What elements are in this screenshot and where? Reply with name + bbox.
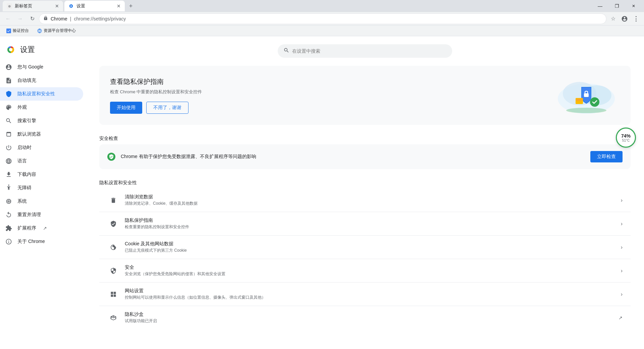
- sidebar-item-language[interactable]: 语言: [0, 154, 83, 168]
- safety-check-description: Chrome 有助于保护您免受数据泄露、不良扩展程序等问题的影响: [121, 154, 590, 160]
- sidebar-item-about-label: 关于 Chrome: [17, 239, 45, 245]
- search-bar-container: [99, 44, 631, 58]
- settings-item-privacy-sandbox[interactable]: 隐私沙盒 试用版功能已开启 ↗: [99, 306, 631, 329]
- sidebar: 设置 您与 Google 自动填充 隐私设置和安全性: [0, 36, 86, 349]
- privacy-guide-card: 查看隐私保护指南 检查 Chrome 中重要的隐私控制设置和安全控件 开始使用 …: [99, 66, 631, 125]
- settings-item-clear-browsing[interactable]: 清除浏览数据 清除浏览记录、Cookie、缓存及其他数据 ›: [99, 189, 631, 212]
- sidebar-item-extensions[interactable]: 扩展程序 ↗: [0, 221, 83, 235]
- bookmark-button[interactable]: ☆: [608, 13, 619, 24]
- reload-button[interactable]: ↻: [27, 13, 38, 24]
- safety-check-button[interactable]: 立即检查: [590, 151, 623, 162]
- sidebar-item-startup-label: 启动时: [17, 145, 32, 151]
- navigation-bar: ← → ↻ Chrome | chrome://settings/privacy…: [0, 12, 644, 26]
- sidebar-item-about[interactable]: 关于 Chrome: [0, 235, 83, 248]
- svg-point-1: [38, 29, 42, 33]
- guide-illustration: [553, 75, 620, 115]
- sidebar-header: 设置: [0, 42, 86, 60]
- minimize-button[interactable]: —: [592, 1, 608, 11]
- appearance-icon: [5, 104, 12, 111]
- settings-list: 清除浏览数据 清除浏览记录、Cookie、缓存及其他数据 › 隐私保护指南 检查…: [99, 189, 631, 329]
- svg-rect-8: [584, 93, 589, 97]
- sidebar-item-system[interactable]: 系统: [0, 195, 83, 208]
- forward-button[interactable]: →: [15, 13, 25, 24]
- safety-check-icon: [107, 153, 115, 161]
- browser-icon: [5, 131, 12, 138]
- language-icon: [5, 158, 12, 164]
- sidebar-item-autofill-label: 自动填充: [17, 78, 36, 84]
- clear-browsing-desc: 清除浏览记录、Cookie、缓存及其他数据: [125, 201, 621, 206]
- site-settings-desc: 控制网站可以使用和显示什么信息（如位置信息、摄像头、弹出式窗口及其他）: [125, 295, 621, 300]
- address-separator: |: [70, 16, 71, 21]
- search-icon: [283, 47, 289, 55]
- sidebar-item-autofill[interactable]: 自动填充: [0, 74, 83, 87]
- tab-settings-label: 设置: [76, 3, 85, 9]
- autofill-icon: [5, 77, 12, 84]
- bookmark-resource[interactable]: 资源平台管理中心: [35, 27, 78, 35]
- sidebar-item-search[interactable]: 搜索引擎: [0, 114, 83, 128]
- privacy-settings-title: 隐私设置和安全性: [99, 180, 631, 186]
- sidebar-item-startup[interactable]: 启动时: [0, 141, 83, 154]
- close-button[interactable]: ✕: [626, 1, 641, 11]
- svg-point-12: [566, 108, 606, 113]
- new-tab-button[interactable]: +: [126, 1, 136, 11]
- main-area: 设置 您与 Google 自动填充 隐私设置和安全性: [0, 36, 644, 349]
- guide-decline-button[interactable]: 不用了，谢谢: [146, 102, 189, 114]
- site-settings-icon: [107, 288, 119, 300]
- search-icon: [5, 117, 12, 124]
- privacy-settings-section: 隐私设置和安全性 清除浏览数据 清除浏览记录、Cookie、缓存及其他数据 ›: [99, 180, 631, 329]
- tab-close-new[interactable]: ✕: [55, 3, 59, 9]
- nav-actions: ☆ ⋮: [608, 13, 641, 24]
- settings-item-privacy-guide[interactable]: 隐私保护指南 检查重要的隐私控制设置和安全控件 ›: [99, 212, 631, 236]
- privacy-guide-arrow: ›: [621, 221, 623, 227]
- tab-settings[interactable]: 设置 ✕: [64, 1, 125, 11]
- maximize-button[interactable]: ❐: [609, 1, 625, 11]
- svg-rect-0: [6, 29, 11, 33]
- extension-icon: [5, 225, 12, 232]
- sidebar-item-default-browser[interactable]: 默认浏览器: [0, 128, 83, 141]
- privacy-guide-content: 隐私保护指南 检查重要的隐私控制设置和安全控件: [125, 217, 621, 230]
- security-title: 安全: [125, 264, 621, 270]
- bookmark-verification[interactable]: 验证控台: [4, 27, 31, 35]
- site-settings-content: 网站设置 控制网站可以使用和显示什么信息（如位置信息、摄像头、弹出式窗口及其他）: [125, 288, 621, 300]
- settings-item-cookies[interactable]: Cookie 及其他网站数据 已阻止无痕模式下的第三方 Cookie ›: [99, 236, 631, 259]
- settings-item-security[interactable]: 安全 安全浏览（保护您免受危险网站的侵害）和其他安全设置 ›: [99, 259, 631, 283]
- guide-start-button[interactable]: 开始使用: [110, 102, 142, 114]
- site-settings-title: 网站设置: [125, 288, 621, 294]
- sidebar-item-reset[interactable]: 重置并清理: [0, 208, 83, 221]
- cookie-icon: [107, 241, 119, 253]
- search-input[interactable]: [292, 48, 446, 54]
- safety-check-card: Chrome 有助于保护您免受数据泄露、不良扩展程序等问题的影响 立即检查: [99, 144, 631, 169]
- safety-check-title: 安全检查: [99, 136, 631, 142]
- tab-close-settings[interactable]: ✕: [117, 3, 121, 9]
- guide-card-buttons: 开始使用 不用了，谢谢: [110, 102, 553, 114]
- sidebar-item-accessibility[interactable]: 无障碍: [0, 181, 83, 195]
- system-icon: [5, 198, 12, 205]
- sidebar-item-appearance[interactable]: 外观: [0, 101, 83, 114]
- sidebar-item-privacy[interactable]: 隐私设置和安全性: [0, 87, 83, 101]
- cookies-content: Cookie 及其他网站数据 已阻止无痕模式下的第三方 Cookie: [125, 241, 621, 253]
- window-controls: — ❐ ✕: [592, 1, 641, 11]
- sidebar-item-google-account[interactable]: 您与 Google: [0, 60, 83, 74]
- clear-browsing-title: 清除浏览数据: [125, 194, 621, 200]
- sandbox-icon: [107, 312, 119, 324]
- address-path: chrome://settings/privacy: [74, 16, 126, 21]
- sidebar-title: 设置: [20, 45, 35, 55]
- sidebar-item-downloads[interactable]: 下载内容: [0, 168, 83, 181]
- guide-card-title: 查看隐私保护指南: [110, 77, 553, 86]
- download-icon: [5, 171, 12, 178]
- chrome-logo: [5, 44, 16, 55]
- settings-content: 查看隐私保护指南 检查 Chrome 中重要的隐私控制设置和安全控件 开始使用 …: [86, 36, 644, 349]
- settings-item-site-settings[interactable]: 网站设置 控制网站可以使用和显示什么信息（如位置信息、摄像头、弹出式窗口及其他）…: [99, 283, 631, 306]
- settings-search-bar[interactable]: [278, 44, 452, 58]
- tab-new-tab[interactable]: ⊕ 新标签页 ✕: [3, 1, 63, 11]
- settings-tab-icon: [68, 3, 74, 9]
- performance-temp: 51°C: [622, 139, 630, 142]
- menu-button[interactable]: ⋮: [631, 13, 641, 24]
- sidebar-item-reset-label: 重置并清理: [17, 212, 41, 218]
- security-arrow: ›: [621, 268, 623, 274]
- privacy-sandbox-desc: 试用版功能已开启: [125, 318, 619, 324]
- profile-button[interactable]: [619, 13, 630, 24]
- security-desc: 安全浏览（保护您免受危险网站的侵害）和其他安全设置: [125, 271, 621, 277]
- back-button[interactable]: ←: [3, 13, 13, 24]
- address-bar[interactable]: Chrome | chrome://settings/privacy: [39, 13, 606, 24]
